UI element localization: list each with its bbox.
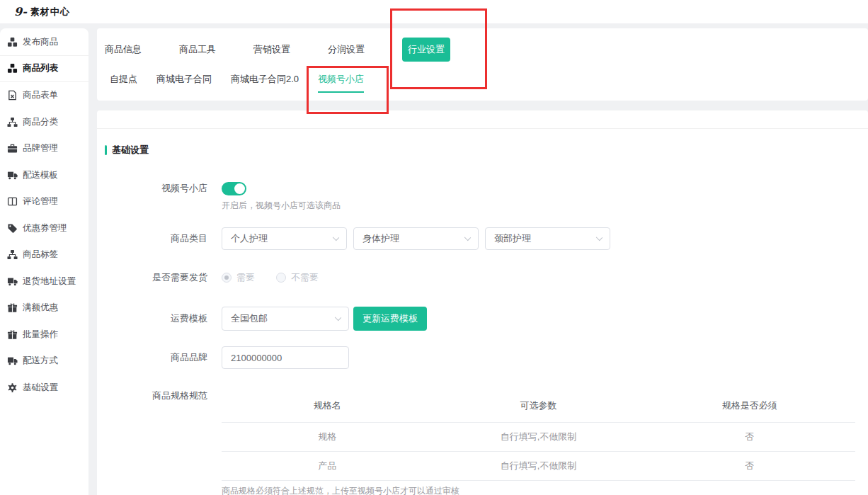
brand-row: 商品品牌 [97,346,349,369]
radio-label: 需要 [236,271,255,284]
truck-icon [7,170,18,181]
spec-note: 商品规格必须符合上述规范，上传至视频号小店才可以通过审核 [222,485,855,495]
sidebar-item[interactable]: 批量操作 [0,322,88,348]
sitemap-icon [7,249,18,260]
tabs-row-secondary: 自提点商城电子合同商城电子合同2.0视频号小店 [110,65,364,93]
tab-primary[interactable]: 商品工具 [179,43,216,56]
freight-template-select[interactable]: 全国包邮 [222,307,349,331]
cubes-icon [7,63,18,74]
sidebar-item[interactable]: 商品分类 [0,109,88,136]
sidebar: 发布商品商品列表商品表单商品分类品牌管理配送模板评论管理优惠券管理商品标签退货地… [0,28,88,495]
radio-circle-icon [222,273,232,283]
freight-label: 运费模板 [97,307,215,331]
toggle-knob [234,183,245,194]
radio-option: 不需要 [276,271,319,284]
truck-icon [7,355,18,366]
section-accent-bar [105,145,107,155]
freight-row: 运费模板 全国包邮 更新运费模板 [97,307,427,331]
tab-industry-settings-highlighted[interactable]: 行业设置 [402,38,450,62]
sidebar-item-label: 商品列表 [23,62,58,74]
section-header: 基础设置 [105,144,149,157]
sidebar-item[interactable]: 商品表单 [0,82,88,109]
spec-table-row: 规格自行填写,不做限制否 [222,422,855,451]
sitemap-icon [7,117,18,127]
gift-icon [7,302,18,313]
sidebar-item-label: 发布商品 [23,36,58,48]
sidebar-item[interactable]: 满额优惠 [0,295,88,322]
app-logo-icon: 9- [14,5,27,18]
tabs-panel: 商品信息商品工具营销设置分润设置行业设置 自提点商城电子合同商城电子合同2.0视… [97,28,868,101]
sidebar-item[interactable]: 配送模板 [0,162,88,189]
category-row: 商品类目 个人护理身体护理颈部护理 [97,227,610,250]
category-select[interactable]: 颈部护理 [485,227,610,250]
video-shop-row: 视频号小店 [97,181,246,195]
sidebar-item-label: 退货地址设置 [23,275,76,288]
spec-label: 商品规格规范 [97,390,215,495]
section-title: 基础设置 [112,144,149,157]
tab-primary[interactable]: 商品信息 [105,43,142,56]
tag-icon [7,223,18,234]
columns-icon [7,196,18,207]
spec-row: 商品规格规范 规格名可选参数规格是否必须 规格自行填写,不做限制否产品自行填写,… [97,390,855,495]
spec-table-cell: 否 [644,422,855,451]
category-label: 商品类目 [97,227,215,250]
sidebar-item-label: 配送模板 [23,169,58,181]
spec-table-cell: 产品 [222,451,433,480]
tab-secondary[interactable]: 商城电子合同 [156,73,212,86]
file-excel-icon [7,90,18,101]
sidebar-item-label: 基础设置 [23,382,58,394]
radio-dot [224,275,229,280]
chevron-down-icon [333,234,339,241]
tab-video-shop-active[interactable]: 视频号小店 [318,73,364,86]
sidebar-item-label: 商品标签 [23,249,58,261]
chevron-down-icon [464,234,471,241]
sidebar-item[interactable]: 优惠券管理 [0,215,88,242]
gear-icon [7,382,18,393]
page: 9- 素材中心 发布商品商品列表商品表单商品分类品牌管理配送模板评论管理优惠券管… [0,0,868,495]
brand-label: 商品品牌 [97,346,215,369]
sidebar-item[interactable]: 商品标签 [0,241,88,268]
brand-input[interactable] [222,346,349,369]
spec-table-header: 规格是否必须 [644,390,855,422]
sidebar-item[interactable]: 评论管理 [0,188,88,215]
category-select[interactable]: 个人护理 [222,227,347,250]
app-title: 素材中心 [30,6,70,18]
sidebar-item-label: 评论管理 [23,195,58,207]
tab-secondary[interactable]: 自提点 [110,73,137,86]
spec-table-header: 可选参数 [433,390,644,422]
spec-table-cell: 自行填写,不做限制 [433,451,644,480]
chevron-down-icon [596,234,603,241]
sidebar-item-label: 优惠券管理 [23,222,67,234]
category-select-value: 身体护理 [362,232,399,245]
sidebar-item-label: 批量操作 [23,329,58,341]
sidebar-item-label: 配送方式 [23,355,58,367]
tab-secondary[interactable]: 商城电子合同2.0 [231,73,299,86]
video-shop-hint: 开启后，视频号小店可选该商品 [222,200,341,212]
tab-primary[interactable]: 营销设置 [253,43,290,56]
sidebar-item[interactable]: 发布商品 [0,29,88,56]
sidebar-item[interactable]: 退货地址设置 [0,268,88,295]
update-freight-template-button[interactable]: 更新运费模板 [353,307,427,331]
category-select[interactable]: 身体护理 [353,227,479,250]
sidebar-item-label: 品牌管理 [23,142,58,154]
briefcase-icon [7,143,18,154]
truck-icon [7,276,18,287]
sidebar-item[interactable]: 品牌管理 [0,135,88,162]
category-select-value: 颈部护理 [494,232,531,245]
spec-table-cell: 否 [644,451,855,480]
spec-table: 规格名可选参数规格是否必须 规格自行填写,不做限制否产品自行填写,不做限制否 [222,390,855,481]
freight-template-value: 全国包邮 [231,312,268,325]
chevron-down-icon [335,314,341,321]
need-delivery-label: 是否需要发货 [97,271,215,285]
video-shop-label: 视频号小店 [97,181,215,195]
tab-primary[interactable]: 分润设置 [328,43,365,56]
spec-table-cell: 规格 [222,422,433,451]
topbar: 9- 素材中心 [0,0,868,23]
cubes-icon [7,37,18,47]
sidebar-item[interactable]: 基础设置 [0,375,88,402]
sidebar-item[interactable]: 配送方式 [0,348,88,375]
video-shop-toggle[interactable] [222,182,246,195]
tabs-row-primary: 商品信息商品工具营销设置分润设置行业设置 [105,38,450,62]
sidebar-item[interactable]: 商品列表 [0,56,88,83]
gift-icon [7,329,18,340]
